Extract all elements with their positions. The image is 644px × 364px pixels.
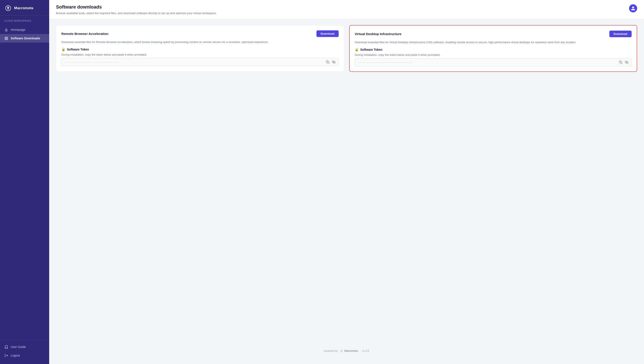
- rba-card-title: Remote Browser Acceleration: [61, 32, 108, 36]
- sidebar-item-homepage-label: Homepage: [11, 28, 26, 32]
- vdi-token-dots: ········································…: [358, 61, 617, 64]
- book-icon: [4, 345, 8, 349]
- svg-point-12: [341, 351, 342, 351]
- svg-rect-2: [5, 37, 6, 38]
- sidebar-item-homepage[interactable]: Homepage: [0, 26, 49, 34]
- footer-logo-text: Macrometa: [344, 350, 358, 352]
- page-header: Software downloads Browse available tool…: [49, 0, 644, 19]
- vdi-token-label: 🔒 Software Token: [355, 48, 632, 52]
- vdi-download-button[interactable]: Download: [609, 30, 632, 37]
- vdi-card: Virtual Desktop Infrastructure Download …: [349, 25, 637, 72]
- footer-logo-icon: [340, 349, 344, 353]
- eye-off-icon: [625, 60, 628, 64]
- svg-point-1: [8, 8, 9, 9]
- vdi-copy-button[interactable]: [618, 60, 623, 64]
- sidebar-item-user-guide[interactable]: User Guide: [0, 342, 49, 351]
- svg-rect-4: [5, 38, 6, 40]
- rba-token-input-row: ········································…: [61, 58, 339, 66]
- sidebar-nav: Homepage Software Downloads: [0, 24, 49, 340]
- page-subtitle: Browse available tools, select the requi…: [56, 11, 216, 16]
- header-left: Software downloads Browse available tool…: [56, 4, 216, 16]
- rba-card: Remote Browser Acceleration Download Dow…: [56, 25, 344, 72]
- avatar-icon: [631, 6, 636, 11]
- sidebar-logo: Macrometa: [0, 0, 49, 16]
- cards-grid: Remote Browser Acceleration Download Dow…: [56, 25, 637, 72]
- rba-card-header: Remote Browser Acceleration Download: [61, 30, 339, 37]
- rba-token-dots: ········································…: [64, 60, 324, 64]
- sidebar: Macrometa Cloud Workspaces Homepage: [0, 0, 49, 364]
- svg-rect-3: [6, 37, 8, 38]
- vdi-card-description: Download essential files for Virtual Des…: [355, 40, 632, 45]
- svg-rect-7: [327, 62, 329, 64]
- sidebar-item-logout-label: Logout: [11, 354, 20, 357]
- footer-powered-by: powered by: [324, 350, 338, 352]
- sidebar-item-user-guide-label: User Guide: [11, 345, 26, 348]
- page-title: Software downloads: [56, 4, 216, 10]
- rba-card-description: Download essential files for Remote Brow…: [61, 40, 339, 44]
- user-avatar[interactable]: [629, 4, 637, 12]
- vdi-token-section: 🔒 Software Token During installation, co…: [355, 48, 632, 66]
- vdi-hide-button[interactable]: [624, 60, 629, 64]
- copy-icon: [326, 60, 330, 64]
- eye-off-icon: [332, 60, 336, 64]
- sidebar-section-label: Cloud Workspaces: [0, 16, 49, 24]
- page-footer: powered by Macrometa · v1.0.0: [56, 344, 637, 358]
- rba-download-button[interactable]: Download: [316, 30, 339, 37]
- rba-token-label: 🔒 Software Token: [61, 48, 339, 51]
- svg-rect-5: [6, 38, 8, 40]
- vdi-token-actions: [618, 60, 629, 64]
- footer-logo: Macrometa: [340, 349, 358, 353]
- rba-token-actions: [326, 60, 336, 64]
- footer-separator: ·: [360, 350, 360, 352]
- sidebar-item-software-downloads-label: Software Downloads: [11, 36, 40, 40]
- rba-token-hint: During installation, copy the token belo…: [61, 53, 339, 56]
- sidebar-item-logout[interactable]: Logout: [0, 351, 49, 360]
- footer-version: v1.0.0: [362, 350, 369, 352]
- vdi-token-hint: During installation, copy the token belo…: [355, 53, 632, 56]
- sidebar-item-software-downloads[interactable]: Software Downloads: [0, 34, 49, 42]
- vdi-card-title: Virtual Desktop Infrastructure: [355, 32, 402, 36]
- vdi-card-header: Virtual Desktop Infrastructure Download: [355, 30, 632, 37]
- logout-icon: [4, 354, 8, 357]
- main-content-area: Remote Browser Acceleration Download Dow…: [49, 19, 644, 364]
- vdi-token-input-row: ········································…: [355, 58, 632, 66]
- vdi-lock-icon: 🔒: [355, 48, 359, 52]
- macrometa-logo-icon: [4, 4, 12, 12]
- rba-copy-button[interactable]: [326, 60, 330, 64]
- rba-token-section: 🔒 Software Token During installation, co…: [61, 48, 339, 66]
- rba-hide-button[interactable]: [332, 60, 336, 64]
- main-content: Software downloads Browse available tool…: [49, 0, 644, 364]
- home-icon: [4, 28, 8, 32]
- svg-rect-9: [620, 62, 622, 64]
- sidebar-logo-text: Macrometa: [14, 6, 33, 10]
- rba-lock-icon: 🔒: [61, 48, 66, 51]
- download-icon: [4, 36, 8, 40]
- copy-icon: [619, 60, 622, 64]
- sidebar-bottom: User Guide Logout: [0, 340, 49, 364]
